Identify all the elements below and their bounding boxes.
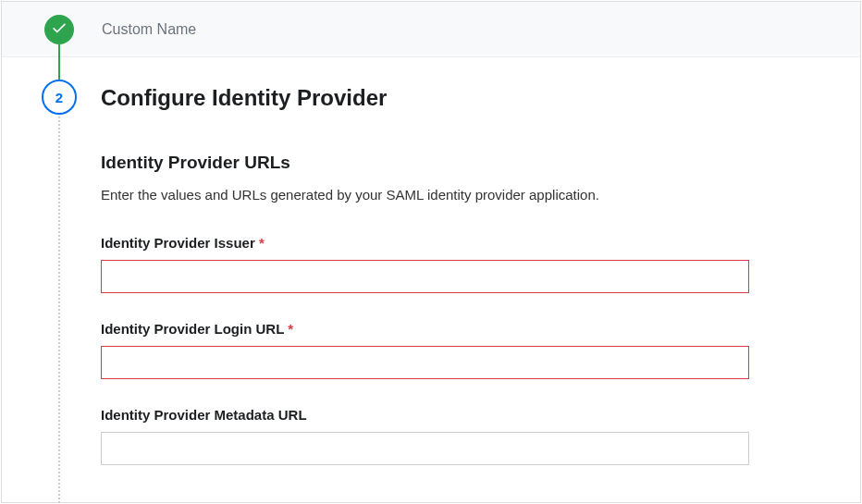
step-connector-dotted: [58, 109, 60, 504]
section-description: Enter the values and URLs generated by y…: [101, 187, 749, 203]
step-2-number: 2: [55, 90, 63, 105]
required-asterisk: *: [288, 321, 293, 337]
step-1-label: Custom Name: [102, 21, 196, 38]
wizard-container: Custom Name 2 Configure Identity Provide…: [1, 1, 861, 503]
metadata-url-field-group: Identity Provider Metadata URL: [101, 407, 749, 465]
login-url-label: Identity Provider Login URL *: [101, 321, 749, 337]
check-icon: [51, 19, 68, 40]
issuer-input[interactable]: [101, 260, 749, 293]
metadata-url-input[interactable]: [101, 432, 749, 465]
login-url-input[interactable]: [101, 346, 749, 379]
page-title: Configure Identity Provider: [101, 85, 749, 111]
step-1-done-indicator: [44, 15, 74, 44]
section-title: Identity Provider URLs: [101, 153, 749, 173]
issuer-field-group: Identity Provider Issuer *: [101, 235, 749, 293]
login-url-field-group: Identity Provider Login URL *: [101, 321, 749, 379]
required-asterisk: *: [259, 235, 265, 251]
step-2-content: Configure Identity Provider Identity Pro…: [101, 80, 860, 493]
issuer-label: Identity Provider Issuer *: [101, 235, 749, 251]
step-1-header[interactable]: Custom Name: [2, 2, 860, 57]
step-2-indicator: 2: [42, 80, 77, 115]
step-2-section: 2 Configure Identity Provider Identity P…: [2, 57, 860, 493]
metadata-url-label: Identity Provider Metadata URL: [101, 407, 749, 423]
step-connector-solid: [58, 44, 60, 80]
